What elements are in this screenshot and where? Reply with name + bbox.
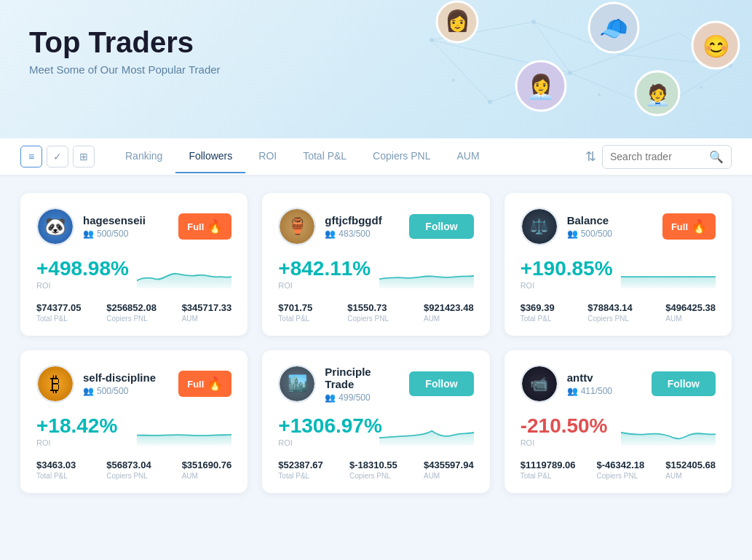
trader-followers: 👥 500/500 xyxy=(83,229,170,239)
svg-text:😊: 😊 xyxy=(702,33,730,60)
copiers-pnl-label: Copiers PNL xyxy=(106,472,151,480)
aum-value: $921423.48 xyxy=(424,302,474,313)
stat-total-pnl: $1119789.06 Total P&L xyxy=(521,460,576,480)
total-pnl-value: $369.39 xyxy=(521,302,555,313)
trader-name: Principle Trade xyxy=(325,366,400,390)
trader-avatar: 🐼 xyxy=(36,208,74,245)
followers-icon: 👥 xyxy=(83,229,94,239)
aum-value: $345717.33 xyxy=(182,302,232,313)
copiers-pnl-label: Copiers PNL xyxy=(347,315,389,323)
followers-icon: 👥 xyxy=(325,229,336,239)
svg-point-20 xyxy=(700,86,702,89)
stat-copiers-pnl: $-18310.55 Copiers PNL xyxy=(349,460,397,480)
chart-area: +18.42% ROI xyxy=(36,414,231,449)
copiers-pnl-value: $78843.14 xyxy=(587,302,632,313)
follow-button[interactable]: Follow xyxy=(409,214,473,239)
tabs-bar: ≡ ✓ ⊞ Ranking Followers ROI Total P&L Co… xyxy=(0,138,752,176)
total-pnl-value: $701.75 xyxy=(278,302,312,313)
aum-label: AUM xyxy=(182,315,232,323)
copiers-pnl-label: Copiers PNL xyxy=(597,472,645,480)
filter-icon[interactable]: ⇅ xyxy=(585,149,596,165)
svg-point-19 xyxy=(598,93,601,96)
chart-area: +1306.97% ROI xyxy=(278,414,473,449)
trader-followers: 👥 499/500 xyxy=(325,393,400,403)
check-view-button[interactable]: ✓ xyxy=(47,146,68,167)
aum-label: AUM xyxy=(424,472,474,480)
aum-value: $496425.38 xyxy=(665,302,716,313)
aum-label: AUM xyxy=(424,315,474,323)
followers-count: 483/500 xyxy=(339,229,370,239)
aum-value: $152405.68 xyxy=(665,460,716,470)
copiers-pnl-label: Copiers PNL xyxy=(349,472,397,480)
mini-chart xyxy=(137,414,231,451)
tab-roi[interactable]: ROI xyxy=(245,140,290,173)
full-label: Full xyxy=(671,221,688,232)
svg-line-11 xyxy=(432,40,490,102)
card-stats: $3463.03 Total P&L $56873.04 Copiers PNL… xyxy=(36,460,231,480)
tab-ranking[interactable]: Ranking xyxy=(112,140,175,173)
stat-copiers-pnl: $78843.14 Copiers PNL xyxy=(587,302,632,323)
stat-aum: $435597.94 AUM xyxy=(424,460,474,480)
mini-chart xyxy=(621,257,716,293)
copiers-pnl-value: $-46342.18 xyxy=(597,460,645,470)
grid-view-button[interactable]: ⊞ xyxy=(73,146,95,167)
followers-count: 500/500 xyxy=(581,229,612,239)
total-pnl-label: Total P&L xyxy=(521,472,576,480)
copiers-pnl-label: Copiers PNL xyxy=(106,315,157,323)
tab-aum[interactable]: AUM xyxy=(443,140,492,173)
aum-label: AUM xyxy=(665,315,716,323)
avatar-image: ⚖️ xyxy=(522,209,557,244)
trader-card: ₿ self-discipline 👥 500/500 Full🔥 +18.42… xyxy=(20,350,248,493)
view-mode-group: ≡ ✓ ⊞ xyxy=(20,138,95,175)
copiers-pnl-value: $-18310.55 xyxy=(349,460,397,470)
stat-total-pnl: $52387.67 Total P&L xyxy=(278,460,322,480)
avatar-image: 🏺 xyxy=(280,209,314,244)
trader-card: 🏺 gftjcfbggdf 👥 483/500 Follow +842.11% … xyxy=(262,193,489,336)
trader-card: 🐼 hagesenseii 👥 500/500 Full🔥 +498.98% R… xyxy=(20,193,248,336)
tab-copiers-pnl[interactable]: Copiers PNL xyxy=(360,140,443,173)
stat-total-pnl: $701.75 Total P&L xyxy=(278,302,312,323)
svg-text:👩: 👩 xyxy=(445,9,470,33)
avatar-image: 🏙️ xyxy=(280,366,314,401)
mini-chart xyxy=(137,257,231,293)
fire-icon: 🔥 xyxy=(207,376,223,392)
total-pnl-label: Total P&L xyxy=(521,315,555,323)
svg-point-14 xyxy=(568,71,572,75)
mini-chart xyxy=(621,414,716,451)
card-stats: $1119789.06 Total P&L $-46342.18 Copiers… xyxy=(521,460,716,480)
stat-copiers-pnl: $1550.73 Copiers PNL xyxy=(347,302,389,323)
trader-name: gftjcfbggdf xyxy=(325,214,400,226)
chart-area: +498.98% ROI xyxy=(36,257,231,292)
followers-icon: 👥 xyxy=(325,393,336,403)
stat-total-pnl: $3463.03 Total P&L xyxy=(36,460,76,480)
followers-icon: 👥 xyxy=(567,386,578,396)
list-view-button[interactable]: ≡ xyxy=(20,146,42,167)
follow-button[interactable]: Follow xyxy=(652,371,716,396)
svg-point-17 xyxy=(488,100,492,104)
full-badge: Full🔥 xyxy=(178,371,231,397)
card-header: ⚖️ Balance 👥 500/500 Full🔥 xyxy=(521,208,716,245)
total-pnl-label: Total P&L xyxy=(36,472,76,480)
follow-button[interactable]: Follow xyxy=(409,371,473,396)
avatar-image: ₿ xyxy=(38,366,73,401)
tab-total-pnl[interactable]: Total P&L xyxy=(290,140,360,173)
copiers-pnl-label: Copiers PNL xyxy=(587,315,632,323)
trader-card: ⚖️ Balance 👥 500/500 Full🔥 +190.85% ROI xyxy=(504,193,732,336)
followers-icon: 👥 xyxy=(83,386,94,396)
aum-value: $435597.94 xyxy=(424,460,474,470)
followers-count: 500/500 xyxy=(97,386,128,396)
chart-area: +190.85% ROI xyxy=(521,257,716,292)
aum-label: AUM xyxy=(665,472,716,480)
trader-name: Balance xyxy=(567,214,654,226)
avatar-image: 📹 xyxy=(522,366,557,401)
tab-followers[interactable]: Followers xyxy=(175,140,245,173)
trader-avatar: ⚖️ xyxy=(521,208,558,245)
trader-info: Balance 👥 500/500 xyxy=(567,214,654,239)
svg-text:🧑‍💼: 🧑‍💼 xyxy=(645,83,670,107)
search-input[interactable] xyxy=(610,151,705,162)
trader-info: anttv 👥 411/500 xyxy=(567,371,643,396)
chart-area: +842.11% ROI xyxy=(278,257,473,292)
hero-network-illustration: 👩 🧢 😊 👩‍💼 🧑‍💼 xyxy=(344,0,752,138)
trader-name: anttv xyxy=(567,371,643,384)
total-pnl-value: $1119789.06 xyxy=(521,460,576,470)
